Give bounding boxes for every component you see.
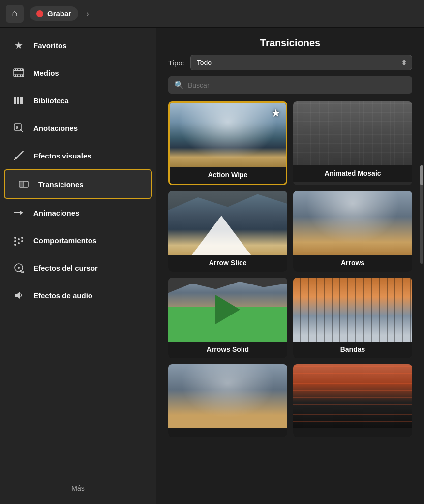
transition-card-bottom1[interactable]	[168, 364, 287, 437]
library-icon	[12, 94, 26, 107]
home-icon: ⌂	[12, 8, 18, 19]
transition-card-arrows-solid[interactable]: Arrows Solid	[168, 278, 287, 358]
svg-marker-25	[20, 211, 23, 215]
transition-card-action-wipe[interactable]: ★ Action Wipe	[168, 101, 287, 185]
svg-rect-4	[17, 69, 18, 70]
sidebar-label-efectos-audio: Efectos de audio	[33, 291, 92, 300]
thumbnail-bottom2	[293, 364, 412, 428]
card-label-arrow-slice: Arrow Slice	[168, 255, 287, 272]
thumbnail-bottom1	[168, 364, 287, 428]
filter-label: Tipo:	[168, 59, 184, 67]
card-label-bandas: Bandas	[293, 342, 412, 358]
card-label-animated-mosaic: Animated Mosaic	[293, 165, 412, 182]
chevron-right-icon[interactable]: ›	[86, 9, 89, 18]
transition-card-arrows[interactable]: Arrows	[293, 191, 412, 272]
sidebar-item-efectos-cursor[interactable]: Efectos del cursor	[0, 254, 156, 282]
transition-card-animated-mosaic[interactable]: Animated Mosaic	[293, 101, 412, 185]
sidebar-item-efectos-audio[interactable]: Efectos de audio	[0, 282, 156, 309]
svg-point-27	[14, 240, 16, 242]
svg-rect-7	[15, 75, 16, 77]
sidebar-item-favoritos[interactable]: ★ Favoritos	[0, 32, 156, 59]
svg-rect-23	[19, 181, 24, 187]
record-label: Grabar	[47, 9, 71, 18]
more-button[interactable]: Más	[0, 476, 156, 500]
thumbnail-arrows	[293, 191, 412, 255]
card-label-action-wipe: Action Wipe	[170, 167, 286, 184]
sidebar-item-efectos-visuales[interactable]: Efectos visuales	[0, 142, 156, 169]
transition-card-bandas[interactable]: Bandas	[293, 278, 412, 358]
scrollbar-thumb[interactable]	[420, 165, 423, 185]
svg-point-26	[14, 237, 16, 239]
svg-rect-12	[17, 97, 19, 104]
sidebar-label-favoritos: Favoritos	[33, 41, 67, 50]
svg-point-32	[21, 240, 23, 242]
svg-rect-11	[14, 97, 16, 104]
thumbnail-action-wipe: ★	[170, 103, 286, 167]
card-label-arrows: Arrows	[293, 255, 412, 272]
card-label-bottom1	[168, 428, 287, 437]
thumbnail-bandas	[293, 278, 412, 342]
sidebar-label-efectos-cursor: Efectos del cursor	[33, 264, 98, 272]
animation-icon	[12, 206, 26, 220]
transitions-grid: ★ Action Wipe Animated Mosaic	[168, 101, 412, 437]
search-icon: 🔍	[174, 80, 184, 90]
thumbnail-arrow-slice	[168, 191, 287, 255]
type-filter-select[interactable]: Todo Básico Avanzado	[190, 55, 412, 70]
transitions-grid-area: ★ Action Wipe Animated Mosaic	[156, 101, 424, 504]
type-filter-wrap: Todo Básico Avanzado	[190, 55, 412, 70]
content-header: Transiciones	[156, 28, 424, 55]
sidebar-item-biblioteca[interactable]: Biblioteca	[0, 87, 156, 114]
audio-icon	[12, 288, 26, 302]
svg-rect-13	[20, 97, 23, 104]
svg-rect-6	[22, 69, 23, 70]
sidebar-item-medios[interactable]: Medios	[0, 59, 156, 87]
search-input[interactable]	[188, 81, 406, 89]
sidebar-label-transiciones: Transiciones	[38, 180, 84, 189]
sidebar-label-efectos-visuales: Efectos visuales	[33, 152, 91, 160]
search-wrap: 🔍	[168, 76, 412, 94]
scrollbar-track	[420, 165, 423, 264]
svg-rect-8	[17, 75, 18, 77]
svg-point-28	[14, 244, 16, 246]
svg-rect-9	[20, 75, 21, 77]
main-layout: ★ Favoritos Medios	[0, 28, 424, 504]
sidebar: ★ Favoritos Medios	[0, 28, 156, 504]
svg-text:a: a	[16, 125, 19, 130]
cursor-icon	[12, 261, 26, 275]
card-label-bottom2	[293, 428, 412, 437]
film-icon	[12, 66, 26, 80]
sidebar-label-anotaciones: Anotaciones	[33, 124, 78, 132]
favorite-star-icon[interactable]: ★	[271, 107, 281, 120]
sidebar-label-comportamientos: Comportamientos	[33, 236, 96, 245]
top-bar: ⌂ Grabar ›	[0, 0, 424, 28]
svg-point-19	[21, 153, 22, 154]
page-title: Transiciones	[260, 37, 320, 48]
sidebar-item-anotaciones[interactable]: a Anotaciones	[0, 114, 156, 142]
more-label: Más	[71, 484, 84, 492]
svg-point-30	[18, 242, 20, 244]
svg-line-16	[20, 129, 23, 132]
card-label-arrows-solid: Arrows Solid	[168, 342, 287, 358]
svg-point-34	[18, 267, 20, 269]
home-button[interactable]: ⌂	[6, 5, 24, 23]
transitions-icon	[17, 177, 30, 191]
search-row: 🔍	[156, 76, 424, 101]
effects-icon	[12, 149, 26, 162]
svg-rect-5	[20, 69, 21, 70]
sidebar-label-biblioteca: Biblioteca	[33, 96, 69, 105]
svg-rect-10	[22, 75, 23, 77]
sidebar-item-transiciones[interactable]: Transiciones	[4, 169, 152, 199]
sidebar-item-animaciones[interactable]: Animaciones	[0, 199, 156, 226]
sidebar-label-medios: Medios	[33, 69, 59, 77]
thumbnail-animated-mosaic	[293, 101, 412, 165]
star-icon: ★	[12, 38, 26, 52]
sidebar-item-comportamientos[interactable]: Comportamientos	[0, 226, 156, 254]
svg-marker-36	[15, 292, 20, 299]
transition-card-arrow-slice[interactable]: Arrow Slice	[168, 191, 287, 272]
svg-rect-3	[15, 69, 16, 70]
record-button[interactable]: Grabar	[30, 6, 78, 21]
svg-rect-1	[14, 70, 24, 71]
behaviors-icon	[12, 233, 26, 247]
transition-card-bottom2[interactable]	[293, 364, 412, 437]
record-dot-icon	[36, 10, 43, 17]
